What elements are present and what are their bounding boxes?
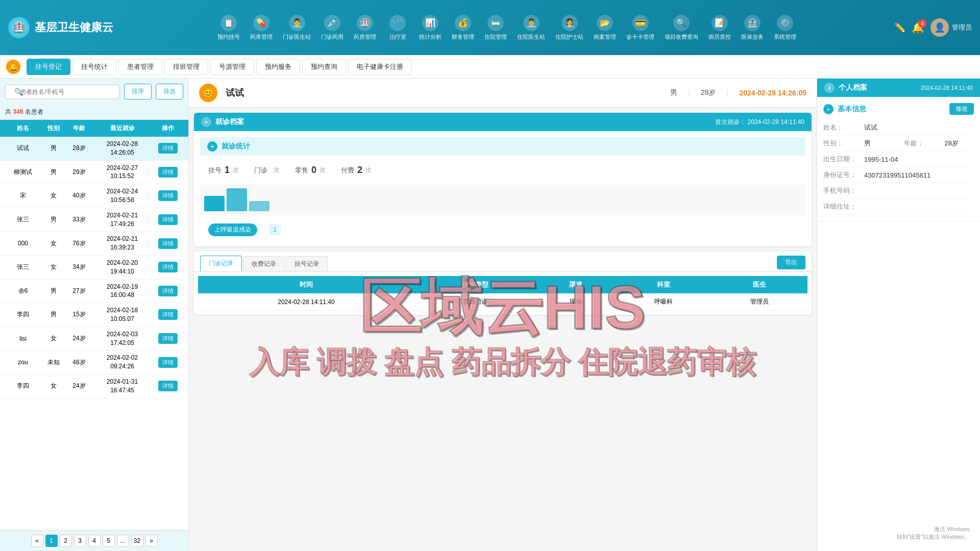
patient-age: 27岁	[66, 283, 92, 300]
nav-item-zhuyuanhs[interactable]: 👩‍⚕️ 住院护士站	[551, 12, 587, 44]
nav-item-yaoku[interactable]: 💊 药库管理	[246, 12, 277, 44]
subnav-huanzhe-guanli[interactable]: 患者管理	[118, 59, 162, 75]
subnav-paiban-guanli[interactable]: 排班管理	[164, 59, 208, 75]
nav-item-yuyue[interactable]: 📋 预约挂号	[213, 12, 244, 44]
detail-button[interactable]: 详情	[158, 309, 178, 320]
nav-item-tongji[interactable]: 📊 统计分析	[415, 12, 446, 44]
detail-button[interactable]: 详情	[158, 333, 178, 344]
visit-type: 普通门诊	[414, 293, 536, 311]
subnav-yuyue-chaxun[interactable]: 预约查询	[302, 59, 346, 75]
nav-label-yaoku: 药库管理	[250, 33, 273, 41]
export-button[interactable]: 导出	[777, 256, 805, 269]
page-2[interactable]: 2	[60, 535, 72, 547]
page-1[interactable]: 1	[45, 535, 58, 547]
data-table-wrapper: 时间 挂号类型 渠道 科室 医生 2024-02-28 14:11:40 普通门…	[194, 272, 812, 315]
page-32[interactable]: 32	[131, 535, 143, 547]
nav-item-bing'an[interactable]: 📂 病案管理	[590, 12, 620, 44]
detail-button[interactable]: 详情	[158, 214, 178, 225]
tab-shoufei-jilu[interactable]: 收费记录	[243, 256, 285, 271]
detail-action[interactable]: 详情	[153, 330, 183, 347]
detail-button[interactable]: 详情	[158, 190, 178, 201]
page-next[interactable]: »	[145, 535, 158, 547]
filter-button[interactable]: 筛选	[156, 84, 183, 99]
table-row[interactable]: 余6 男 27岁 2024-02-1916:00:48 详情	[0, 280, 188, 304]
nav-label-bingli: 病历质控	[708, 33, 731, 41]
nav-item-xitong[interactable]: ⚙️ 系统管理	[770, 12, 800, 44]
nav-item-yaofang[interactable]: 🏥 药房管理	[350, 12, 380, 44]
table-row[interactable]: 柳测试 男 29岁 2024-02-2710:15:52 详情	[0, 161, 188, 185]
nav-item-xiangmu[interactable]: 🔍 项目收费查询	[660, 12, 702, 44]
nav-label-yibao: 医保业务	[741, 33, 764, 41]
detail-action[interactable]: 详情	[153, 235, 183, 252]
sort-button[interactable]: 排序	[124, 84, 152, 99]
detail-button[interactable]: 详情	[158, 167, 178, 178]
table-row[interactable]: lisi 女 24岁 2024-02-0317:42:05 详情	[0, 327, 188, 351]
notification-icon[interactable]: 🔔 4	[912, 21, 924, 34]
subnav-yuyue-fuwu[interactable]: 预约服务	[256, 59, 300, 75]
patient-date: 2024-02-1810:05:07	[92, 306, 153, 323]
nav-item-zhuyuanys[interactable]: 👨‍⚕️ 住院医生站	[513, 12, 549, 44]
nav-item-zhuyuan[interactable]: 🛏 住院管理	[480, 12, 511, 44]
detail-button[interactable]: 详情	[158, 381, 178, 391]
disease-tag[interactable]: 上呼吸道感染	[208, 223, 257, 236]
edit-button[interactable]: 修改	[949, 103, 974, 115]
patient-age: 48岁	[66, 354, 92, 371]
edit-icon[interactable]: ✏️	[894, 22, 905, 33]
search-bar: 🔍 排序 筛选	[0, 79, 188, 105]
patient-name: lisi	[5, 330, 41, 347]
nav-item-zhenka[interactable]: 💳 诊卡卡管理	[622, 12, 658, 44]
nav-item-zhiliao[interactable]: 🩺 治疗室	[382, 12, 413, 44]
patient-gender: 女	[41, 259, 66, 276]
record-body: + 就诊统计 挂号 1 次 门诊 次	[194, 131, 812, 246]
detail-action[interactable]: 详情	[153, 187, 183, 205]
detail-action[interactable]: 详情	[153, 378, 183, 395]
subnav-haoyuan-guanli[interactable]: 号源管理	[210, 59, 254, 75]
detail-action[interactable]: 详情	[153, 354, 183, 371]
nav-item-bingli[interactable]: 📝 病历质控	[704, 12, 735, 44]
table-row[interactable]: 试试 男 28岁 2024-02-2814:26:05 详情	[0, 137, 188, 161]
table-row[interactable]: zou 未知 48岁 2024-02-0209:24:26 详情	[0, 350, 188, 374]
nav-icon-bingan: 📂	[597, 15, 613, 31]
detail-button[interactable]: 详情	[158, 143, 178, 154]
nav-item-menzhen[interactable]: 👨‍⚕️ 门诊医生站	[279, 12, 315, 44]
tab-menzhen-jilu[interactable]: 门诊记录	[200, 256, 242, 271]
table-row[interactable]: 李四 男 15岁 2024-02-1810:05:07 详情	[0, 303, 188, 327]
nav-item-yibao[interactable]: 🏦 医保业务	[737, 12, 768, 44]
main-layout: 🔍 排序 筛选 共 346 名患者 姓名 性别 年龄 最近就诊 操作 试试 男 …	[0, 79, 980, 551]
table-row[interactable]: 李四 女 24岁 2024-01-3116:47:45 详情	[0, 374, 188, 398]
detail-action[interactable]: 详情	[153, 164, 183, 181]
table-row[interactable]: 张三 女 34岁 2024-02-2019:44:10 详情	[0, 256, 188, 280]
detail-button[interactable]: 详情	[158, 357, 178, 368]
table-row[interactable]: 宋 女 40岁 2024-02-2410:56:58 详情	[0, 184, 188, 208]
nav-label-yuyue: 预约挂号	[217, 33, 240, 41]
table-row[interactable]: 张三 男 33岁 2024-02-2117:49:26 详情	[0, 208, 188, 232]
page-5[interactable]: 5	[103, 535, 115, 547]
nav-item-caiwu[interactable]: 💰 财务管理	[448, 12, 478, 44]
subnav-jiankang-zhuce[interactable]: 电子健康卡注册	[348, 59, 412, 75]
subnav-guahao-tongji[interactable]: 挂号统计	[72, 59, 116, 75]
subnav-guahao-dengji[interactable]: 挂号登记	[27, 59, 70, 75]
page-3[interactable]: 3	[74, 535, 86, 547]
detail-button[interactable]: 详情	[158, 262, 178, 272]
stat-lingshou: 零售 0 次	[295, 165, 326, 176]
nav-label-zhuyuanhs: 住院护士站	[555, 33, 583, 41]
detail-button[interactable]: 详情	[158, 238, 178, 249]
detail-action[interactable]: 详情	[153, 211, 183, 229]
disease-tags: 上呼吸道感染 1	[200, 219, 805, 240]
detail-action[interactable]: 详情	[153, 259, 183, 276]
visit-channel: 现场	[536, 293, 616, 311]
user-menu[interactable]: 👤 管理员	[930, 18, 972, 37]
nav-label-yaofang: 药房管理	[354, 33, 376, 41]
detail-action[interactable]: 详情	[153, 283, 183, 300]
chart-bar-3	[249, 201, 270, 211]
table-row[interactable]: 000 女 76岁 2024-02-2116:39:23 详情	[0, 232, 188, 256]
center-panel: 😊 试试 男 ｜ 28岁 ｜ 2024-02-28 14:26:05 区域云HI…	[189, 79, 817, 551]
page-4[interactable]: 4	[88, 535, 101, 547]
nav-item-menzhenyw[interactable]: 💉 门诊药用	[317, 12, 348, 44]
detail-button[interactable]: 详情	[158, 286, 178, 296]
tab-guahao-jilu[interactable]: 挂号记录	[286, 256, 328, 271]
detail-action[interactable]: 详情	[153, 140, 183, 157]
nav-icon-zhenka: 💳	[632, 15, 649, 31]
page-prev[interactable]: «	[31, 535, 43, 547]
detail-action[interactable]: 详情	[153, 306, 183, 323]
